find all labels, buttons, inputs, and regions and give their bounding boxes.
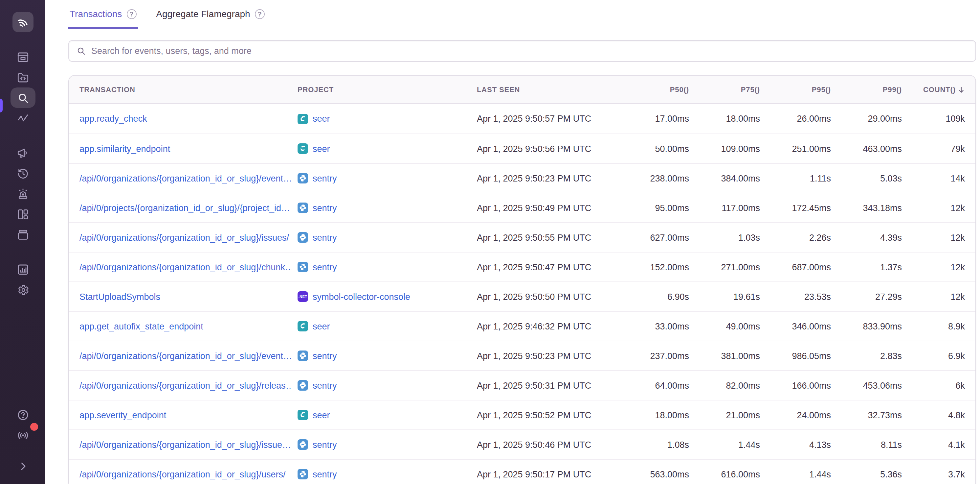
transaction-link[interactable]: /api/0/projects/{organization_id_or_slug… bbox=[80, 203, 290, 213]
search-bar[interactable] bbox=[68, 40, 976, 62]
project-link[interactable]: sentry bbox=[313, 232, 337, 242]
p95-value: 26.00ms bbox=[765, 114, 831, 124]
transaction-link[interactable]: /api/0/organizations/{organization_id_or… bbox=[80, 380, 292, 390]
column-header-p50[interactable]: P50() bbox=[623, 85, 689, 93]
project-link[interactable]: sentry bbox=[313, 380, 337, 390]
last-seen-value: Apr 1, 2025 9:50:17 PM UTC bbox=[477, 469, 618, 479]
p95-value: 986.05ms bbox=[765, 351, 831, 361]
transaction-link[interactable]: app.severity_endpoint bbox=[80, 410, 166, 420]
table-row[interactable]: StartUploadSymbols .NET symbol-collector… bbox=[69, 281, 975, 311]
last-seen-value: Apr 1, 2025 9:50:52 PM UTC bbox=[477, 410, 618, 420]
p50-value: 95.00ms bbox=[623, 203, 689, 213]
project-link[interactable]: seer bbox=[313, 114, 330, 124]
zigzag-line-icon bbox=[16, 112, 29, 125]
column-header-last-seen[interactable]: LAST SEEN bbox=[477, 85, 618, 93]
transaction-link[interactable]: app.get_autofix_state_endpoint bbox=[80, 321, 203, 331]
count-value: 3.7k bbox=[907, 469, 965, 479]
transaction-link[interactable]: /api/0/organizations/{organization_id_or… bbox=[80, 351, 292, 361]
project-link[interactable]: sentry bbox=[313, 173, 337, 183]
table-row[interactable]: app.ready_check seer Apr 1, 2025 9:50:57… bbox=[69, 104, 975, 134]
table-row[interactable]: /api/0/projects/{organization_id_or_slug… bbox=[69, 193, 975, 222]
count-value: 12k bbox=[907, 203, 965, 213]
transactions-help-icon[interactable]: ? bbox=[126, 9, 136, 19]
count-value: 6k bbox=[907, 380, 965, 390]
table-row[interactable]: app.severity_endpoint seer Apr 1, 2025 9… bbox=[69, 400, 975, 430]
p75-value: 117.00ms bbox=[694, 203, 760, 213]
whats-new-button[interactable] bbox=[10, 425, 35, 445]
aggregate-flamegraph-help-icon[interactable]: ? bbox=[255, 9, 265, 19]
python-icon bbox=[298, 173, 308, 184]
sidebar bbox=[0, 0, 45, 484]
p50-value: 563.00ms bbox=[623, 469, 689, 479]
project-link[interactable]: sentry bbox=[313, 469, 337, 479]
tab-aggregate-flamegraph[interactable]: Aggregate Flamegraph ? bbox=[155, 6, 266, 29]
sidebar-item-dashboards[interactable] bbox=[10, 204, 35, 224]
p99-value: 32.73ms bbox=[836, 410, 902, 420]
project-link[interactable]: seer bbox=[313, 410, 330, 420]
sidebar-item-feedback[interactable] bbox=[10, 143, 35, 163]
help-button[interactable] bbox=[10, 404, 35, 425]
table-row[interactable]: /api/0/organizations/{organization_id_or… bbox=[69, 430, 975, 459]
column-header-p99[interactable]: P99() bbox=[836, 85, 902, 93]
notification-dot bbox=[30, 423, 38, 431]
python-icon bbox=[298, 380, 308, 391]
siren-icon bbox=[16, 187, 29, 200]
tab-transactions-label: Transactions bbox=[70, 8, 122, 19]
project-link[interactable]: symbol-collector-console bbox=[313, 292, 410, 302]
count-value: 4.1k bbox=[907, 439, 965, 449]
last-seen-value: Apr 1, 2025 9:46:32 PM UTC bbox=[477, 321, 618, 331]
project-link[interactable]: seer bbox=[313, 144, 330, 153]
sentry-logo[interactable] bbox=[12, 12, 33, 32]
table-row[interactable]: /api/0/organizations/{organization_id_or… bbox=[69, 252, 975, 281]
transaction-link[interactable]: app.ready_check bbox=[80, 114, 147, 124]
expand-sidebar-button[interactable] bbox=[10, 456, 35, 476]
transaction-link[interactable]: StartUploadSymbols bbox=[80, 292, 160, 302]
table-row[interactable]: app.similarity_endpoint seer Apr 1, 2025… bbox=[69, 134, 975, 163]
p95-value: 23.53s bbox=[765, 292, 831, 302]
transaction-link[interactable]: /api/0/organizations/{organization_id_or… bbox=[80, 262, 292, 272]
sidebar-item-releases[interactable] bbox=[10, 224, 35, 244]
project-link[interactable]: sentry bbox=[313, 439, 337, 449]
table-row[interactable]: /api/0/organizations/{organization_id_or… bbox=[69, 341, 975, 370]
column-header-project[interactable]: PROJECT bbox=[298, 85, 472, 93]
p75-value: 271.00ms bbox=[694, 262, 760, 272]
p99-value: 29.00ms bbox=[836, 114, 902, 124]
table-header-row: TRANSACTION PROJECT LAST SEEN P50() P75(… bbox=[69, 76, 975, 104]
sidebar-item-issues[interactable] bbox=[10, 47, 35, 67]
tab-transactions[interactable]: Transactions ? bbox=[68, 6, 138, 29]
project-link[interactable]: sentry bbox=[313, 351, 337, 361]
project-link[interactable]: sentry bbox=[313, 262, 337, 272]
sidebar-item-settings[interactable] bbox=[10, 280, 35, 300]
search-input[interactable] bbox=[91, 46, 968, 56]
python-icon bbox=[298, 439, 308, 450]
column-header-count[interactable]: COUNT() bbox=[907, 85, 965, 93]
count-value: 79k bbox=[907, 144, 965, 153]
seer-icon bbox=[298, 143, 308, 154]
sidebar-item-alerts[interactable] bbox=[10, 184, 35, 204]
sidebar-item-replays[interactable] bbox=[10, 163, 35, 184]
sidebar-item-stats[interactable] bbox=[10, 259, 35, 280]
table-row[interactable]: /api/0/organizations/{organization_id_or… bbox=[69, 163, 975, 193]
transaction-link[interactable]: app.similarity_endpoint bbox=[80, 144, 170, 153]
table-row[interactable]: /api/0/organizations/{organization_id_or… bbox=[69, 370, 975, 400]
project-link[interactable]: sentry bbox=[313, 203, 337, 213]
table-row[interactable]: /api/0/organizations/{organization_id_or… bbox=[69, 459, 975, 484]
p50-value: 152.00ms bbox=[623, 262, 689, 272]
transaction-link[interactable]: /api/0/organizations/{organization_id_or… bbox=[80, 232, 289, 242]
code-folder-icon bbox=[16, 71, 29, 84]
sidebar-item-projects[interactable] bbox=[10, 67, 35, 88]
sidebar-item-traces[interactable] bbox=[10, 108, 35, 128]
transaction-link[interactable]: /api/0/organizations/{organization_id_or… bbox=[80, 469, 285, 479]
project-link[interactable]: seer bbox=[313, 321, 330, 331]
transaction-link[interactable]: /api/0/organizations/{organization_id_or… bbox=[80, 439, 291, 449]
sidebar-item-explore[interactable] bbox=[10, 88, 35, 108]
table-row[interactable]: /api/0/organizations/{organization_id_or… bbox=[69, 222, 975, 252]
column-header-transaction[interactable]: TRANSACTION bbox=[80, 85, 292, 93]
table-row[interactable]: app.get_autofix_state_endpoint seer Apr … bbox=[69, 311, 975, 341]
transaction-link[interactable]: /api/0/organizations/{organization_id_or… bbox=[80, 173, 292, 183]
column-header-p75[interactable]: P75() bbox=[694, 85, 760, 93]
column-header-p95[interactable]: P95() bbox=[765, 85, 831, 93]
p95-value: 251.00ms bbox=[765, 144, 831, 153]
issues-icon bbox=[16, 50, 29, 64]
clock-rewind-icon bbox=[16, 167, 29, 180]
